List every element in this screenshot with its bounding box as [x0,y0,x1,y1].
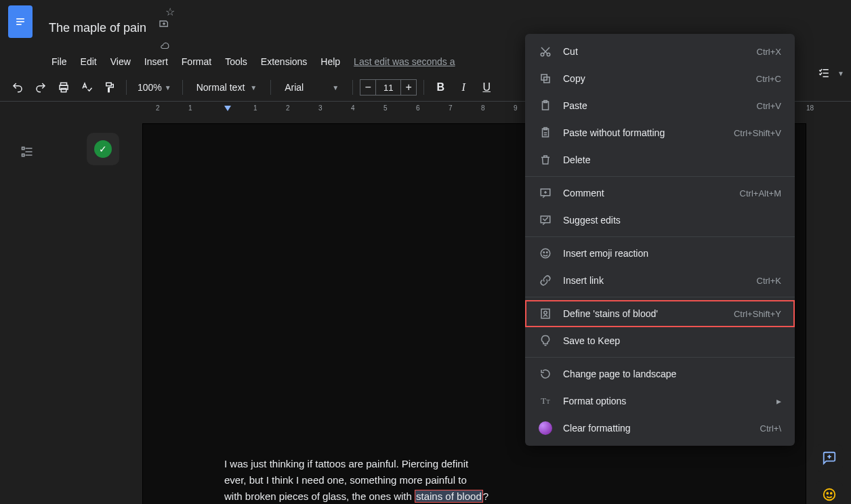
paragraph-style-select[interactable]: Normal text▼ [190,82,264,93]
ctx-label: Format options [563,396,766,406]
menu-file[interactable]: File [46,54,72,70]
ruler-tick: 2 [156,104,160,112]
ruler-tick: 3 [318,104,323,112]
menubar: File Edit View Insert Format Tools Exten… [46,54,461,70]
context-menu: CutCtrl+XCopyCtrl+CPasteCtrl+VPaste with… [525,34,795,446]
suggest-icon [539,214,552,226]
menu-format[interactable]: Format [176,54,217,70]
paint-format-button[interactable] [100,78,119,97]
ctx-cut[interactable]: CutCtrl+X [525,38,795,65]
svg-point-12 [547,53,550,56]
copy-icon [539,72,552,85]
menu-help[interactable]: Help [315,54,346,70]
add-comment-fab[interactable] [816,444,843,471]
zoom-select[interactable]: 100%▼ [133,82,175,93]
chevron-down-icon[interactable]: ▼ [837,70,844,77]
font-size-input[interactable] [376,79,400,96]
undo-button[interactable] [8,78,27,97]
ctx-label: Change page to landscape [563,369,770,379]
svg-point-23 [547,252,548,253]
svg-rect-0 [16,18,24,20]
rotate-icon [539,368,552,380]
emoji-fab[interactable] [816,481,843,504]
ctx-keep[interactable]: Save to Keep [525,327,795,354]
svg-point-21 [541,249,550,258]
body-text: ? [483,490,489,502]
ctx-label: Insert emoji reaction [563,248,770,259]
ctx-label: Delete [563,154,770,165]
italic-button[interactable]: I [454,78,473,97]
ctx-label: Copy [563,73,745,84]
bold-button[interactable]: B [431,78,450,97]
spellcheck-ok-badge[interactable]: ✓ [87,133,119,165]
menu-edit[interactable]: Edit [75,54,102,70]
ctx-label: Paste [563,100,746,111]
ctx-shortcut: Ctrl+Shift+V [734,128,781,138]
ctx-label: Paste without formatting [563,127,723,138]
ctx-format-opt[interactable]: TTFormat options▸ [525,387,795,415]
body-text: with broken pieces of glass, the ones wi… [224,490,415,502]
ctx-define[interactable]: Define 'stains of blood'Ctrl+Shift+Y [525,300,795,327]
font-size-decrease[interactable]: − [360,79,376,96]
selected-text[interactable]: stains of blood [415,490,483,503]
menu-insert[interactable]: Insert [139,54,173,70]
font-size-increase[interactable]: + [400,79,417,96]
docs-logo[interactable] [8,5,33,38]
ctx-label: Cut [563,46,746,57]
menu-view[interactable]: View [105,54,136,70]
move-icon[interactable] [159,18,182,29]
ctx-separator [525,176,795,177]
svg-rect-1 [16,21,24,22]
redo-button[interactable] [31,78,50,97]
ruler-tick: 6 [416,104,420,112]
ctx-separator [525,297,795,297]
ctx-comment[interactable]: CommentCtrl+Alt+M [525,180,795,207]
delete-icon [539,154,552,166]
format-opt-icon: TT [539,396,552,406]
cloud-icon[interactable] [159,41,182,51]
ctx-paste[interactable]: PasteCtrl+V [525,92,795,119]
ctx-suggest[interactable]: Suggest edits [525,207,795,234]
ctx-link[interactable]: Insert linkCtrl+K [525,267,795,294]
document-body[interactable]: I was just thinking if tattoos are painf… [224,456,724,504]
font-select[interactable]: Arial▼ [278,82,346,93]
ctx-delete[interactable]: Delete [525,146,795,173]
ruler-tick: 4 [351,104,355,112]
ctx-shortcut: Ctrl+K [757,276,781,286]
chevron-down-icon: ▼ [332,84,339,91]
ctx-label: Define 'stains of blood' [563,308,723,319]
ruler-tick: 8 [481,104,485,112]
doc-title[interactable]: The maple of pain [46,20,149,37]
spellcheck-button[interactable] [77,78,96,97]
paste-plain-icon [539,127,552,139]
font-size-control: − + [360,79,417,96]
svg-rect-2 [16,24,22,25]
ctx-avatar[interactable]: Clear formattingCtrl+\ [525,415,795,442]
keep-icon [539,335,552,347]
star-icon[interactable]: ☆ [165,6,175,18]
print-button[interactable] [54,78,73,97]
ctx-label: Save to Keep [563,335,770,346]
ctx-separator [525,357,795,358]
menu-tools[interactable]: Tools [220,54,253,70]
menu-extensions[interactable]: Extensions [255,54,312,70]
ctx-emoji[interactable]: Insert emoji reaction [525,240,795,267]
ctx-paste-plain[interactable]: Paste without formattingCtrl+Shift+V [525,119,795,146]
ctx-rotate[interactable]: Change page to landscape [525,360,795,387]
avatar-icon [539,421,552,435]
chevron-down-icon: ▼ [165,84,171,91]
paste-icon [539,100,552,112]
outline-toggle[interactable] [16,141,38,163]
emoji-icon [539,247,552,259]
ctx-label: Insert link [563,275,746,286]
ruler-tick: 18 [806,104,814,112]
checklist-button[interactable] [814,64,833,83]
underline-button[interactable]: U [477,78,496,97]
ctx-copy[interactable]: CopyCtrl+C [525,65,795,92]
body-text: ever, but I think I need one, something … [224,474,467,486]
last-edit-link[interactable]: Last edit was seconds a [348,54,460,70]
svg-point-25 [544,311,547,314]
svg-point-8 [824,489,835,501]
link-icon [539,274,552,287]
ctx-shortcut: Ctrl+Alt+M [740,188,781,198]
